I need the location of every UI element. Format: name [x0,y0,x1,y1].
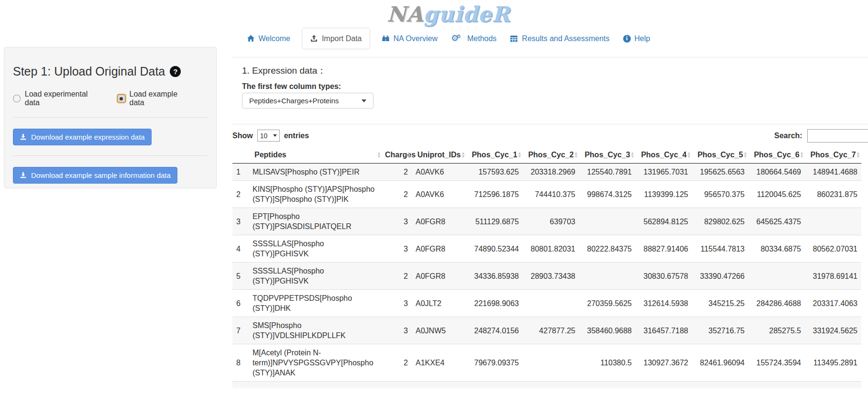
value-cell: 130927.3672 [636,344,692,382]
row-number-cell: 2 [232,181,249,208]
row-number-cell: 1 [232,164,249,181]
data-source-radios: Load experimental data Load example data [13,90,208,107]
radio-label: Load experimental data [25,90,103,107]
table-row[interactable]: 7SMS[Phospho (STY)]VDLSHIPLKDPLLFK3A0JNW… [232,317,861,344]
radio-label: Load example data [130,90,193,107]
value-cell: 125540.7891 [579,164,636,181]
charge-cell: 2 [382,344,412,382]
value-cell [579,263,636,290]
peptide-cell: KINS[Phospho (STY)]APS[Phospho (STY)]S[P… [249,181,382,208]
partial-cell [748,382,805,389]
partial-cell [523,382,579,389]
value-cell: 285275.5 [748,317,805,344]
button-label: Download example sample information data [31,171,171,179]
table-row[interactable]: 4SSSSLLAS[Phospho (STY)]PGHISVK3A0FGR874… [232,235,861,263]
uniprot-cell: A0FGR8 [412,263,466,290]
question-circle-icon[interactable]: ? [170,66,181,77]
row-number-cell: 3 [232,208,249,235]
partial-cell [579,382,636,389]
charge-cell: 2 [382,263,412,290]
column-header-phos-cyc-2[interactable]: Phos_Cyc_2▲▼ [523,147,579,164]
uniprot-cell: A0AVK6 [412,181,466,208]
column-header-phos-cyc-6[interactable]: Phos_Cyc_6▲▼ [748,147,805,164]
value-cell: 511129.6875 [466,208,523,235]
table-row[interactable]: 1MLISAVS[Phospho (STY)]PEIR2A0AVK6157593… [232,164,861,181]
sort-icon: ▲▼ [461,152,465,158]
table-row[interactable]: 3EPT[Phospho (STY)]PSIASDISLPIATQELR3A0F… [232,208,861,235]
value-cell: 312614.5938 [636,290,692,317]
expression-data-table: Peptides▲▼ Charges▲▼ Uniprot_IDs▲▼ Phos_… [232,147,861,388]
table-row-partial[interactable] [232,382,861,389]
uniprot-cell: A0FGR8 [412,235,466,263]
table-row[interactable]: 2KINS[Phospho (STY)]APS[Phospho (STY)]S[… [232,181,861,208]
page-length-value: 10 [260,132,268,140]
charge-cell: 3 [382,290,412,317]
value-cell: 180664.5469 [748,164,805,181]
page-length-select[interactable]: 10 [257,130,280,142]
value-cell: 33390.47266 [692,263,748,290]
value-cell: 31978.69141 [805,263,861,290]
value-cell: 115544.7813 [692,235,748,263]
uniprot-cell: A0JNW5 [412,317,466,344]
charge-cell: 3 [382,317,412,344]
value-cell: 639703 [523,208,579,235]
uniprot-cell: A0JLT2 [412,290,466,317]
partial-cell [805,382,861,389]
column-header-uniprot-ids[interactable]: Uniprot_IDs▲▼ [412,147,466,164]
value-cell: 30830.67578 [636,263,692,290]
table-search-control: Search: [774,129,868,143]
value-cell: 148941.4688 [805,164,861,181]
uniprot-cell: A0AVK6 [412,164,466,181]
value-cell: 88827.91406 [636,235,692,263]
column-types-dropdown[interactable]: Peptides+Charges+Proteins [242,93,374,109]
row-number-cell: 8 [232,344,249,382]
partial-cell [249,382,382,389]
value-cell: 248274.0156 [466,317,523,344]
value-cell: 74890.52344 [466,235,523,263]
peptide-cell: M[Acetyl (Protein N-term)]NPVYSPGSSGVPY[… [249,344,382,382]
value-cell: 352716.75 [692,317,748,344]
value-cell: 82461.96094 [692,344,748,382]
value-cell: 645625.4375 [748,208,805,235]
panel-title-text: Step 1: Upload Original Data [13,65,165,78]
value-cell [523,344,579,382]
column-header-phos-cyc-5[interactable]: Phos_Cyc_5▲▼ [692,147,748,164]
value-cell: 80562.07031 [805,235,861,263]
partial-cell [412,382,466,389]
sort-icon: ▲▼ [517,152,522,158]
column-header-charges[interactable]: Charges▲▼ [382,147,412,164]
table-row[interactable]: 5SSSSLLAS[Phospho (STY)]PGHISVK2A0FGR834… [232,263,861,290]
table-row[interactable]: 8M[Acetyl (Protein N-term)]NPVYSPGSSGVPY… [232,344,861,382]
column-header-phos-cyc-7[interactable]: Phos_Cyc_7▲▼ [805,147,861,164]
value-cell: 358460.9688 [579,317,636,344]
sort-icon: ▲▼ [856,152,860,158]
download-sample-info-button[interactable]: Download example sample information data [13,167,177,184]
value-cell: 829802.625 [692,208,748,235]
radio-load-experimental[interactable]: Load experimental data [13,90,103,107]
value-cell: 345215.25 [692,290,748,317]
row-number-cell: 6 [232,290,249,317]
table-row[interactable]: 6TQDPVPPETPSDS[Phospho (STY)]DHK3A0JLT22… [232,290,861,317]
row-number-cell: 4 [232,235,249,263]
download-expression-button[interactable]: Download example expression data [13,129,152,145]
section-title: 1. Expression data： [242,65,326,77]
column-header-phos-cyc-4[interactable]: Phos_Cyc_4▲▼ [636,147,692,164]
search-input[interactable] [807,129,868,143]
column-header-phos-cyc-3[interactable]: Phos_Cyc_3▲▼ [579,147,636,164]
row-number-cell: 5 [232,263,249,290]
column-header-peptides[interactable]: Peptides▲▼ [249,147,382,164]
value-cell: 998674.3125 [579,181,636,208]
divider [232,57,868,57]
uniprot-cell: A1KXE4 [412,344,466,382]
value-cell: 28903.73438 [523,263,579,290]
value-cell: 1120045.625 [748,181,805,208]
peptide-cell: EPT[Phospho (STY)]PSIASDISLPIATQELR [249,208,382,235]
radio-load-example[interactable]: Load example data [118,90,193,107]
value-cell: 131965.7031 [636,164,692,181]
value-cell: 562894.8125 [636,208,692,235]
column-header-phos-cyc-1[interactable]: Phos_Cyc_1▲▼ [466,147,523,164]
value-cell: 270359.5625 [579,290,636,317]
radio-checked-icon [118,95,125,102]
value-cell: 155724.3594 [748,344,805,382]
uniprot-cell: A0FGR8 [412,208,466,235]
